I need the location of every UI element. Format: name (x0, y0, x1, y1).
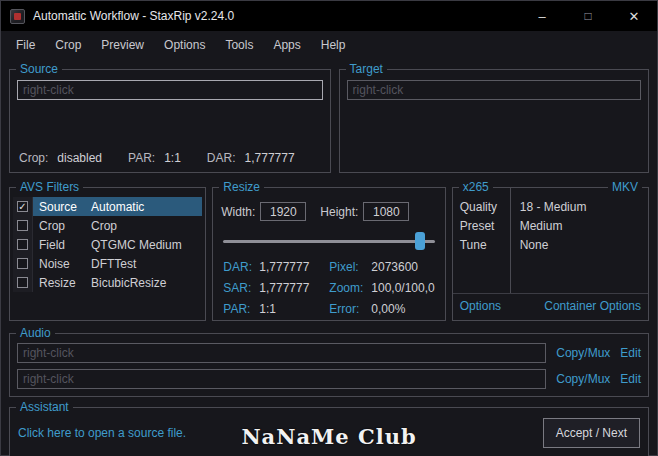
avs-filters-group-label: AVS Filters (16, 180, 83, 194)
dar-value: 1,777777 (259, 260, 329, 274)
minimize-button[interactable]: – (519, 1, 565, 31)
audio-track1-copymux-link[interactable]: Copy/Mux (556, 346, 610, 360)
audio-groupbox: Audio Copy/Mux Edit Copy/Mux Edit (9, 333, 649, 397)
menu-item-crop[interactable]: Crop (45, 31, 91, 59)
accept-next-button[interactable]: Accept / Next (543, 418, 640, 448)
tune-value[interactable]: None (520, 236, 648, 255)
checkbox-crop[interactable] (17, 220, 28, 231)
avs-filters-groupbox: AVS Filters ✓ Source Automatic Crop Cr (9, 187, 206, 321)
height-input[interactable] (363, 202, 409, 221)
checkbox-resize[interactable] (17, 277, 28, 288)
menu-item-help[interactable]: Help (311, 31, 356, 59)
crop-value: disabled (57, 151, 102, 165)
width-input[interactable] (260, 202, 306, 221)
resize-group-label: Resize (219, 180, 264, 194)
filter-value: DFTTest (91, 257, 136, 271)
resize-slider[interactable] (223, 232, 434, 250)
checkbox-field[interactable] (17, 239, 28, 250)
source-group-label: Source (16, 62, 62, 76)
crop-label: Crop: (19, 151, 48, 165)
audio-track2-edit-link[interactable]: Edit (620, 372, 641, 386)
filter-value: BicubicResize (91, 276, 166, 290)
filter-value: QTGMC Medium (91, 238, 182, 252)
audio-track1-edit-link[interactable]: Edit (620, 346, 641, 360)
menu-item-apps[interactable]: Apps (263, 31, 310, 59)
encoder-groupbox: x265 MKV Quality Preset Tune 18 - Medium… (452, 187, 649, 321)
width-label: Width: (221, 205, 255, 219)
source-input[interactable] (17, 80, 323, 100)
audio-track2-input[interactable] (17, 369, 546, 389)
checkbox-source[interactable]: ✓ (17, 201, 28, 212)
dar-label: DAR: (223, 260, 259, 274)
avs-filter-list: ✓ Source Automatic Crop Crop (10, 188, 205, 295)
open-source-file-link[interactable]: Click here to open a source file. (18, 426, 186, 440)
resize-stats: DAR: 1,777777 Pixel: 2073600 SAR: 1,7777… (221, 258, 436, 316)
sar-label: SAR: (223, 281, 259, 295)
menubar: File Crop Preview Options Tools Apps Hel… (1, 31, 657, 59)
encoder-label[interactable]: x265 (459, 180, 493, 194)
error-label: Error: (329, 302, 371, 316)
filter-row-source[interactable]: ✓ Source Automatic (13, 197, 202, 216)
target-input[interactable] (347, 80, 641, 100)
maximize-button[interactable]: □ (565, 1, 611, 31)
error-value: 0,00% (371, 302, 434, 316)
container-label[interactable]: MKV (608, 180, 642, 194)
menu-item-preview[interactable]: Preview (91, 31, 154, 59)
titlebar: Automatic Workflow - StaxRip v2.24.0 – □… (1, 1, 657, 31)
audio-group-label: Audio (16, 326, 55, 340)
menu-item-tools[interactable]: Tools (215, 31, 263, 59)
assistant-groupbox: Assistant Click here to open a source fi… (9, 407, 649, 456)
filter-row-noise[interactable]: Noise DFTTest (13, 254, 202, 273)
resize-groupbox: Resize Width: Height: DAR: 1,777777 (212, 187, 445, 321)
main-content: Source Crop: disabled PAR: 1:1 DAR: 1,77… (1, 59, 657, 456)
audio-track-2: Copy/Mux Edit (17, 369, 641, 389)
filter-row-resize[interactable]: Resize BicubicResize (13, 273, 202, 292)
source-stats: Crop: disabled PAR: 1:1 DAR: 1,777777 (17, 151, 323, 165)
slider-track (223, 240, 434, 243)
quality-key[interactable]: Quality (460, 198, 510, 217)
audio-track-1: Copy/Mux Edit (17, 343, 641, 363)
filter-row-field[interactable]: Field QTGMC Medium (13, 235, 202, 254)
filter-name: Crop (39, 219, 91, 233)
audio-track1-input[interactable] (17, 343, 546, 363)
sar-value: 1,777777 (259, 281, 329, 295)
dar-label: DAR: (207, 151, 236, 165)
par-label: PAR: (128, 151, 155, 165)
source-groupbox: Source Crop: disabled PAR: 1:1 DAR: 1,77… (9, 69, 331, 173)
preset-value[interactable]: Medium (520, 217, 648, 236)
filter-value: Automatic (91, 200, 144, 214)
menu-item-options[interactable]: Options (154, 31, 215, 59)
audio-track2-copymux-link[interactable]: Copy/Mux (556, 372, 610, 386)
resize-slider-thumb[interactable] (415, 232, 425, 250)
window-controls: – □ ✕ (519, 1, 657, 31)
filter-name: Source (39, 200, 91, 214)
pixel-label: Pixel: (329, 260, 371, 274)
filter-row-crop[interactable]: Crop Crop (13, 216, 202, 235)
par-value: 1:1 (164, 151, 181, 165)
dar-value: 1,777777 (245, 151, 295, 165)
filter-name: Resize (39, 276, 91, 290)
menu-item-file[interactable]: File (6, 31, 45, 59)
filter-value: Crop (91, 219, 117, 233)
checkbox-noise[interactable] (17, 258, 28, 269)
par-label: PAR: (223, 302, 259, 316)
zoom-label: Zoom: (329, 281, 371, 295)
height-label: Height: (320, 205, 358, 219)
quality-value[interactable]: 18 - Medium (520, 198, 648, 217)
encoder-setting-keys: Quality Preset Tune (453, 188, 511, 293)
encoder-options-link[interactable]: Options (460, 299, 501, 313)
app-window: Automatic Workflow - StaxRip v2.24.0 – □… (0, 0, 658, 456)
par-value: 1:1 (259, 302, 329, 316)
assistant-group-label: Assistant (16, 400, 73, 414)
tune-key[interactable]: Tune (460, 236, 510, 255)
close-button[interactable]: ✕ (611, 1, 657, 31)
zoom-value: 100,0/100,0 (371, 281, 434, 295)
preset-key[interactable]: Preset (460, 217, 510, 236)
container-options-link[interactable]: Container Options (544, 299, 641, 313)
app-icon (10, 9, 25, 24)
encoder-setting-values: 18 - Medium Medium None (511, 188, 648, 293)
filter-name: Field (39, 238, 91, 252)
target-groupbox: Target (339, 69, 649, 173)
target-group-label: Target (346, 62, 387, 76)
filter-name: Noise (39, 257, 91, 271)
